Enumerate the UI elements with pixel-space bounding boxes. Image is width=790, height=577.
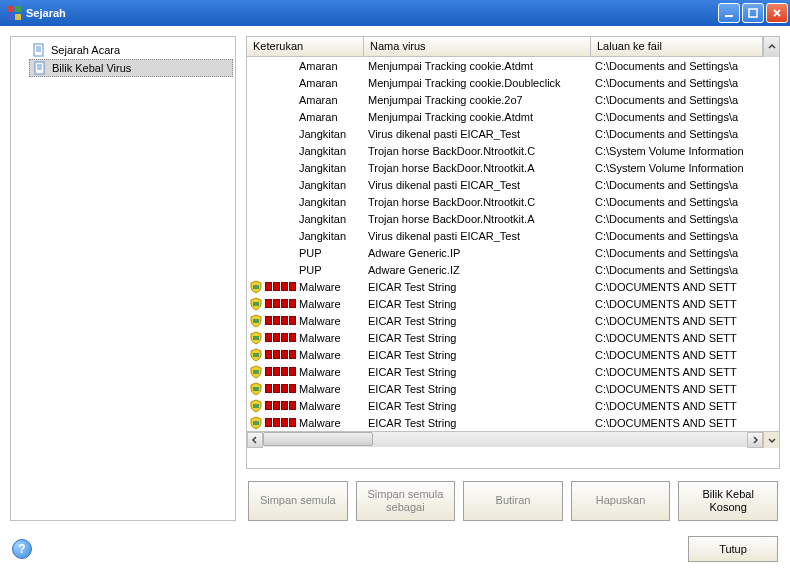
virus-name-cell: Trojan horse BackDoor.Ntrootkit.C xyxy=(364,145,591,157)
severity-bars-icon xyxy=(265,282,296,291)
virus-name-cell: EICAR Test String xyxy=(364,332,591,344)
severity-text: Malware xyxy=(299,332,341,344)
empty-vault-button[interactable]: Bilik Kebal Kosong xyxy=(678,481,778,521)
file-path-cell: C:\DOCUMENTS AND SETT xyxy=(591,315,779,327)
file-path-cell: C:\Documents and Settings\a xyxy=(591,230,779,242)
horizontal-scrollbar[interactable] xyxy=(247,431,779,447)
virus-name-cell: Adware Generic.IP xyxy=(364,247,591,259)
severity-text: Malware xyxy=(299,281,341,293)
svg-rect-0 xyxy=(7,6,13,12)
severity-bars-icon xyxy=(265,367,296,376)
col-virus-name[interactable]: Nama virus xyxy=(364,37,591,56)
table-row[interactable]: JangkitanTrojan horse BackDoor.Ntrootkit… xyxy=(247,159,779,176)
minimize-button[interactable] xyxy=(718,3,740,23)
table-row[interactable]: AmaranMenjumpai Tracking cookie.AtdmtC:\… xyxy=(247,108,779,125)
threat-icon xyxy=(249,314,299,328)
file-path-cell: C:\DOCUMENTS AND SETT xyxy=(591,349,779,361)
delete-button[interactable]: Hapuskan xyxy=(571,481,671,521)
restore-button[interactable]: Simpan semula xyxy=(248,481,348,521)
table-row[interactable]: MalwareEICAR Test StringC:\DOCUMENTS AND… xyxy=(247,346,779,363)
severity-text: Amaran xyxy=(299,94,338,106)
severity-bars-icon xyxy=(265,401,296,410)
scroll-left-button[interactable] xyxy=(247,432,263,448)
svg-rect-22 xyxy=(253,421,259,425)
table-row[interactable]: MalwareEICAR Test StringC:\DOCUMENTS AND… xyxy=(247,312,779,329)
table-row[interactable]: PUPAdware Generic.IPC:\Documents and Set… xyxy=(247,244,779,261)
virus-name-cell: Virus dikenal pasti EICAR_Test xyxy=(364,179,591,191)
scroll-right-button[interactable] xyxy=(747,432,763,448)
table-row[interactable]: JangkitanVirus dikenal pasti EICAR_TestC… xyxy=(247,227,779,244)
svg-rect-10 xyxy=(35,62,44,74)
virus-name-cell: Trojan horse BackDoor.Ntrootkit.C xyxy=(364,196,591,208)
virus-name-cell: EICAR Test String xyxy=(364,315,591,327)
severity-text: Amaran xyxy=(299,77,338,89)
threat-icon xyxy=(249,280,299,294)
maximize-button[interactable] xyxy=(742,3,764,23)
help-button[interactable]: ? xyxy=(12,539,32,559)
threat-icon xyxy=(249,348,299,362)
table-row[interactable]: MalwareEICAR Test StringC:\DOCUMENTS AND… xyxy=(247,329,779,346)
threat-icon xyxy=(249,399,299,413)
table-row[interactable]: MalwareEICAR Test StringC:\DOCUMENTS AND… xyxy=(247,363,779,380)
table-row[interactable]: JangkitanTrojan horse BackDoor.Ntrootkit… xyxy=(247,142,779,159)
virus-name-cell: EICAR Test String xyxy=(364,400,591,412)
file-path-cell: C:\Documents and Settings\a xyxy=(591,264,779,276)
table-row[interactable]: JangkitanVirus dikenal pasti EICAR_TestC… xyxy=(247,125,779,142)
table-row[interactable]: AmaranMenjumpai Tracking cookie.2o7C:\Do… xyxy=(247,91,779,108)
table-row[interactable]: MalwareEICAR Test StringC:\DOCUMENTS AND… xyxy=(247,278,779,295)
severity-text: PUP xyxy=(299,264,322,276)
file-path-cell: C:\Documents and Settings\a xyxy=(591,94,779,106)
sidebar-item-virus-vault[interactable]: Bilik Kebal Virus xyxy=(29,59,233,77)
details-button[interactable]: Butiran xyxy=(463,481,563,521)
file-path-cell: C:\DOCUMENTS AND SETT xyxy=(591,383,779,395)
table-row[interactable]: MalwareEICAR Test StringC:\DOCUMENTS AND… xyxy=(247,414,779,431)
severity-text: Malware xyxy=(299,298,341,310)
svg-rect-6 xyxy=(34,44,43,56)
file-path-cell: C:\DOCUMENTS AND SETT xyxy=(591,417,779,429)
severity-text: Jangkitan xyxy=(299,179,346,191)
file-path-cell: C:\DOCUMENTS AND SETT xyxy=(591,332,779,344)
threat-icon xyxy=(249,365,299,379)
table-row[interactable]: AmaranMenjumpai Tracking cookie.Doublecl… xyxy=(247,74,779,91)
table-header: Keterukan Nama virus Laluan ke fail xyxy=(247,37,779,57)
severity-bars-icon xyxy=(265,333,296,342)
severity-bars-icon xyxy=(265,418,296,427)
table-row[interactable]: JangkitanTrojan horse BackDoor.Ntrootkit… xyxy=(247,210,779,227)
col-severity[interactable]: Keterukan xyxy=(247,37,364,56)
restore-as-button[interactable]: Simpan semula sebagai xyxy=(356,481,456,521)
col-file-path[interactable]: Laluan ke fail xyxy=(591,37,763,56)
file-path-cell: C:\System Volume Information xyxy=(591,145,779,157)
sidebar-item-event-history[interactable]: Sejarah Acara xyxy=(29,41,233,59)
titlebar[interactable]: Sejarah xyxy=(0,0,790,26)
file-path-cell: C:\DOCUMENTS AND SETT xyxy=(591,400,779,412)
sidebar-item-label: Sejarah Acara xyxy=(51,44,120,56)
scroll-down-button[interactable] xyxy=(763,432,779,448)
svg-rect-14 xyxy=(253,285,259,289)
svg-rect-18 xyxy=(253,353,259,357)
sidebar: Sejarah Acara Bilik Kebal Virus xyxy=(10,36,236,521)
table-row[interactable]: JangkitanVirus dikenal pasti EICAR_TestC… xyxy=(247,176,779,193)
table-row[interactable]: MalwareEICAR Test StringC:\DOCUMENTS AND… xyxy=(247,380,779,397)
scroll-up-button[interactable] xyxy=(763,37,779,57)
svg-rect-16 xyxy=(253,319,259,323)
virus-name-cell: Virus dikenal pasti EICAR_Test xyxy=(364,128,591,140)
close-dialog-button[interactable]: Tutup xyxy=(688,536,778,562)
table-row[interactable]: JangkitanTrojan horse BackDoor.Ntrootkit… xyxy=(247,193,779,210)
severity-bars-icon xyxy=(265,299,296,308)
file-path-cell: C:\Documents and Settings\a xyxy=(591,77,779,89)
svg-rect-5 xyxy=(749,9,757,17)
virus-name-cell: Menjumpai Tracking cookie.Doubleclick xyxy=(364,77,591,89)
threat-icon xyxy=(249,416,299,430)
virus-name-cell: Adware Generic.IZ xyxy=(364,264,591,276)
window-title: Sejarah xyxy=(26,7,718,19)
table-row[interactable]: AmaranMenjumpai Tracking cookie.AtdmtC:\… xyxy=(247,57,779,74)
table-row[interactable]: MalwareEICAR Test StringC:\DOCUMENTS AND… xyxy=(247,397,779,414)
close-button[interactable] xyxy=(766,3,788,23)
virus-name-cell: EICAR Test String xyxy=(364,366,591,378)
scroll-thumb[interactable] xyxy=(263,432,373,446)
table-row[interactable]: MalwareEICAR Test StringC:\DOCUMENTS AND… xyxy=(247,295,779,312)
severity-text: Malware xyxy=(299,417,341,429)
file-path-cell: C:\Documents and Settings\a xyxy=(591,128,779,140)
table-row[interactable]: PUPAdware Generic.IZC:\Documents and Set… xyxy=(247,261,779,278)
severity-text: Malware xyxy=(299,383,341,395)
